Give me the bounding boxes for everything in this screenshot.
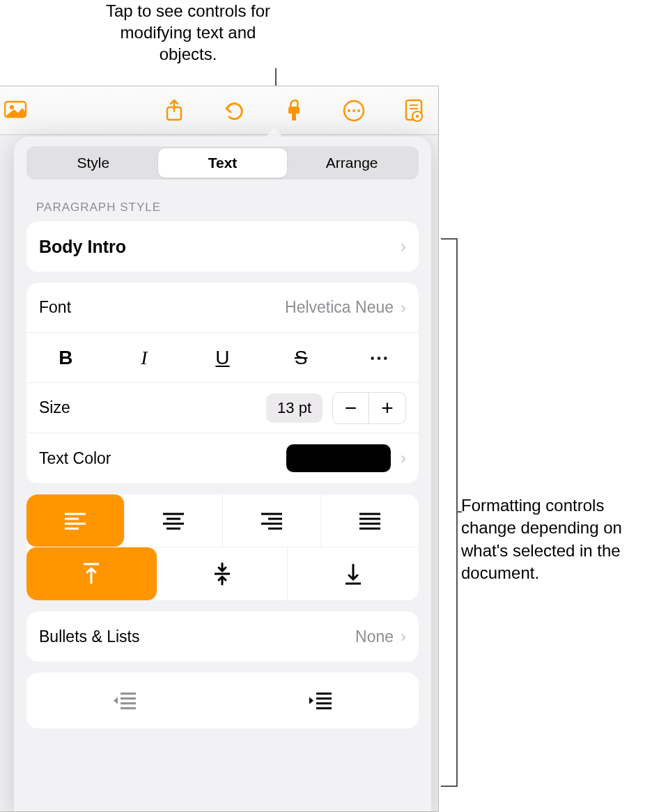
align-right-button[interactable] — [223, 494, 321, 547]
vertical-align-row — [26, 547, 419, 600]
align-justify-button[interactable] — [321, 494, 419, 547]
outdent-button[interactable] — [26, 673, 223, 728]
media-button[interactable] — [1, 95, 31, 124]
paragraph-style-row[interactable]: Body Intro › — [26, 221, 419, 272]
chevron-right-icon: › — [401, 237, 406, 256]
size-row: Size 13 pt − + — [26, 383, 419, 433]
valign-middle-icon — [213, 562, 231, 586]
align-justify-icon — [358, 512, 382, 530]
font-row[interactable]: Font Helvetica Neue › — [26, 283, 419, 333]
bullets-value: None — [355, 627, 394, 646]
more-text-options-button[interactable]: ⋯ — [340, 346, 419, 369]
indent-button[interactable] — [223, 673, 419, 728]
document-view-button[interactable] — [399, 96, 428, 125]
undo-icon — [223, 100, 245, 121]
tab-text[interactable]: Text — [158, 148, 288, 178]
indent-icon — [308, 691, 333, 710]
more-button[interactable] — [339, 96, 368, 125]
italic-button[interactable]: I — [105, 347, 184, 369]
bullets-label: Bullets & Lists — [39, 627, 355, 646]
indent-card — [26, 673, 419, 728]
format-popover: Style Text Arrange PARAGRAPH STYLE Body … — [14, 136, 431, 812]
callout-top: Tap to see controls for modifying text a… — [104, 0, 272, 65]
align-left-button[interactable] — [26, 494, 125, 547]
font-label: Font — [39, 298, 285, 317]
text-color-label: Text Color — [39, 449, 286, 468]
font-card: Font Helvetica Neue › B I U S ⋯ Size 13 … — [26, 283, 419, 483]
format-tabs: Style Text Arrange — [26, 146, 419, 180]
bullets-card: Bullets & Lists None › — [26, 611, 419, 662]
size-stepper: − + — [332, 392, 406, 424]
share-icon — [164, 99, 184, 123]
outdent-icon — [112, 691, 137, 710]
size-decrease-button[interactable]: − — [333, 393, 369, 423]
valign-bottom-icon — [344, 562, 362, 586]
bullets-row[interactable]: Bullets & Lists None › — [26, 611, 419, 662]
brush-icon — [284, 98, 304, 123]
paragraph-style-card: Body Intro › — [26, 221, 419, 272]
svg-point-5 — [352, 109, 355, 112]
size-increase-button[interactable]: + — [369, 393, 405, 423]
share-button[interactable] — [160, 96, 189, 125]
valign-top-icon — [82, 562, 100, 586]
undo-button[interactable] — [219, 96, 249, 125]
tab-style[interactable]: Style — [29, 148, 158, 178]
indent-row — [26, 673, 419, 728]
valign-bottom-button[interactable] — [288, 547, 419, 600]
more-icon — [342, 99, 366, 123]
device-frame: Style Text Arrange PARAGRAPH STYLE Body … — [0, 86, 439, 812]
bold-button[interactable]: B — [26, 347, 105, 369]
paragraph-style-label: PARAGRAPH STYLE — [36, 201, 419, 214]
svg-point-11 — [416, 114, 419, 117]
valign-middle-button[interactable] — [157, 547, 288, 600]
paragraph-style-value: Body Intro — [39, 237, 401, 257]
text-color-row[interactable]: Text Color › — [26, 433, 419, 483]
svg-point-4 — [348, 109, 350, 112]
font-value: Helvetica Neue — [285, 298, 394, 317]
valign-top-button[interactable] — [26, 547, 157, 600]
chevron-right-icon: › — [401, 298, 406, 318]
svg-point-6 — [357, 109, 360, 112]
align-center-button[interactable] — [125, 494, 223, 547]
chevron-right-icon: › — [401, 448, 406, 468]
app-toolbar — [0, 86, 438, 135]
align-left-icon — [63, 512, 87, 530]
text-style-strip: B I U S ⋯ — [26, 333, 419, 383]
size-value[interactable]: 13 pt — [266, 393, 323, 423]
text-color-swatch — [286, 444, 391, 472]
size-label: Size — [39, 398, 266, 417]
callout-bracket — [441, 238, 458, 787]
media-icon — [4, 100, 28, 119]
align-right-icon — [260, 512, 284, 530]
strikethrough-button[interactable]: S — [262, 347, 341, 369]
svg-point-1 — [10, 105, 14, 109]
horizontal-align-row — [26, 494, 419, 547]
chevron-right-icon: › — [401, 627, 406, 646]
callout-bracket-tick — [456, 511, 462, 513]
format-button[interactable] — [279, 96, 309, 125]
underline-button[interactable]: U — [183, 347, 262, 369]
tab-arrange[interactable]: Arrange — [287, 148, 417, 178]
alignment-card — [26, 494, 419, 600]
callout-right: Formatting controls change depending on … — [461, 494, 649, 585]
document-view-icon — [403, 99, 424, 123]
align-center-icon — [162, 512, 185, 530]
